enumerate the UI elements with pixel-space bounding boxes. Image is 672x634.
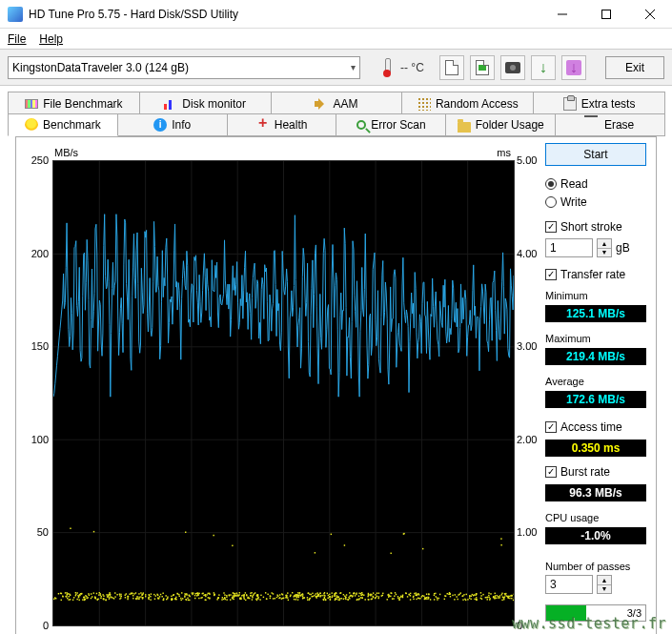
svg-rect-710 — [135, 592, 136, 593]
svg-rect-244 — [469, 596, 470, 597]
window-title: HD Tune Pro 5.75 - Hard Disk/SSD Utility — [29, 8, 540, 21]
svg-rect-318 — [244, 598, 245, 599]
svg-rect-679 — [155, 595, 156, 596]
tab-aam[interactable]: AAM — [271, 92, 403, 114]
access-time-check[interactable]: Access time — [545, 420, 646, 434]
svg-rect-176 — [363, 594, 364, 595]
svg-rect-299 — [142, 594, 143, 595]
tab-random-access[interactable]: Random Access — [401, 92, 534, 114]
svg-rect-658 — [243, 597, 244, 598]
maximize-button[interactable] — [584, 0, 628, 29]
start-button[interactable]: Start — [545, 143, 646, 166]
transfer-rate-check[interactable]: Transfer rate — [545, 268, 646, 281]
burst-rate-check[interactable]: Burst rate — [545, 465, 646, 479]
svg-rect-533 — [194, 595, 195, 596]
tab-error-scan[interactable]: Error Scan — [336, 113, 446, 136]
svg-rect-362 — [259, 599, 260, 600]
short-stroke-check[interactable]: Short stroke — [545, 220, 646, 234]
svg-rect-505 — [335, 598, 336, 599]
tab-info[interactable]: iInfo — [117, 113, 228, 136]
svg-rect-704 — [490, 593, 491, 594]
svg-rect-473 — [337, 597, 338, 598]
svg-rect-338 — [260, 595, 261, 596]
svg-rect-486 — [355, 595, 356, 596]
svg-rect-336 — [185, 532, 186, 533]
screenshot-button[interactable] — [500, 55, 525, 80]
svg-rect-277 — [437, 597, 438, 598]
svg-rect-422 — [375, 597, 376, 598]
drive-select[interactable]: KingstonDataTraveler 3.0 (124 gB) ▾ — [8, 56, 360, 79]
svg-rect-314 — [113, 598, 114, 599]
svg-rect-530 — [79, 600, 80, 601]
svg-rect-597 — [470, 599, 471, 600]
load-button[interactable]: ↓ — [561, 55, 586, 80]
svg-rect-343 — [101, 596, 102, 597]
tab-extra-tests[interactable]: Extra tests — [533, 92, 665, 114]
svg-rect-545 — [125, 594, 126, 595]
svg-rect-626 — [100, 598, 101, 599]
write-radio[interactable]: Write — [545, 195, 646, 209]
close-button[interactable] — [628, 0, 672, 29]
svg-rect-87 — [480, 595, 481, 596]
minimize-button[interactable] — [540, 0, 584, 29]
svg-rect-601 — [176, 593, 177, 594]
svg-rect-197 — [400, 596, 401, 597]
save-button[interactable]: ↓ — [531, 55, 556, 80]
svg-rect-446 — [171, 599, 172, 600]
svg-rect-387 — [252, 597, 253, 598]
tab-health[interactable]: +Health — [227, 113, 337, 136]
svg-rect-715 — [361, 598, 362, 599]
tab-file-benchmark[interactable]: File Benchmark — [8, 92, 140, 114]
tab-benchmark[interactable]: Benchmark — [8, 113, 118, 136]
passes-input[interactable] — [545, 575, 593, 594]
tab-folder-usage[interactable]: Folder Usage — [445, 113, 556, 136]
svg-rect-390 — [410, 599, 411, 600]
svg-rect-645 — [73, 597, 74, 598]
read-radio[interactable]: Read — [545, 177, 646, 191]
svg-rect-565 — [198, 598, 199, 599]
svg-rect-239 — [96, 593, 97, 594]
svg-rect-46 — [295, 599, 296, 600]
svg-rect-351 — [422, 548, 423, 549]
short-stroke-spinner[interactable]: ▲▼ — [597, 238, 612, 257]
svg-rect-367 — [297, 592, 298, 593]
svg-rect-400 — [495, 595, 496, 596]
svg-rect-179 — [345, 599, 346, 600]
svg-rect-699 — [324, 595, 325, 596]
svg-rect-218 — [430, 599, 431, 600]
svg-rect-236 — [127, 596, 128, 597]
svg-rect-508 — [252, 599, 253, 600]
tab-disk-monitor[interactable]: Disk monitor — [139, 92, 272, 114]
svg-rect-613 — [417, 593, 418, 594]
exit-button[interactable]: Exit — [605, 56, 664, 79]
svg-rect-19 — [414, 593, 415, 594]
svg-rect-602 — [434, 595, 435, 596]
passes-spinner[interactable]: ▲▼ — [597, 575, 612, 594]
svg-rect-627 — [448, 594, 449, 595]
svg-rect-478 — [120, 594, 121, 595]
svg-rect-393 — [488, 592, 489, 593]
svg-rect-472 — [107, 596, 108, 597]
svg-rect-571 — [498, 597, 499, 598]
svg-rect-701 — [349, 598, 350, 599]
svg-rect-510 — [358, 598, 359, 599]
progress-text: 3/3 — [627, 607, 641, 619]
menu-file[interactable]: File — [8, 32, 26, 46]
svg-rect-520 — [315, 552, 316, 553]
short-stroke-input[interactable] — [545, 238, 593, 257]
copy-chart-button[interactable] — [470, 55, 495, 80]
benchmark-chart: MB/s ms 250200150100500 5.004.003.002.00… — [26, 143, 540, 634]
copy-text-button[interactable] — [439, 55, 464, 80]
svg-rect-408 — [323, 600, 324, 601]
document-chart-icon — [476, 60, 489, 75]
menu-help[interactable]: Help — [39, 32, 63, 46]
tab-erase[interactable]: Erase — [555, 113, 665, 136]
svg-rect-632 — [336, 592, 336, 593]
svg-rect-140 — [184, 593, 185, 594]
svg-rect-582 — [427, 597, 428, 598]
svg-rect-177 — [444, 599, 445, 600]
svg-rect-264 — [410, 593, 411, 594]
speaker-icon — [315, 97, 328, 111]
svg-rect-240 — [192, 594, 193, 595]
svg-rect-416 — [500, 544, 501, 545]
